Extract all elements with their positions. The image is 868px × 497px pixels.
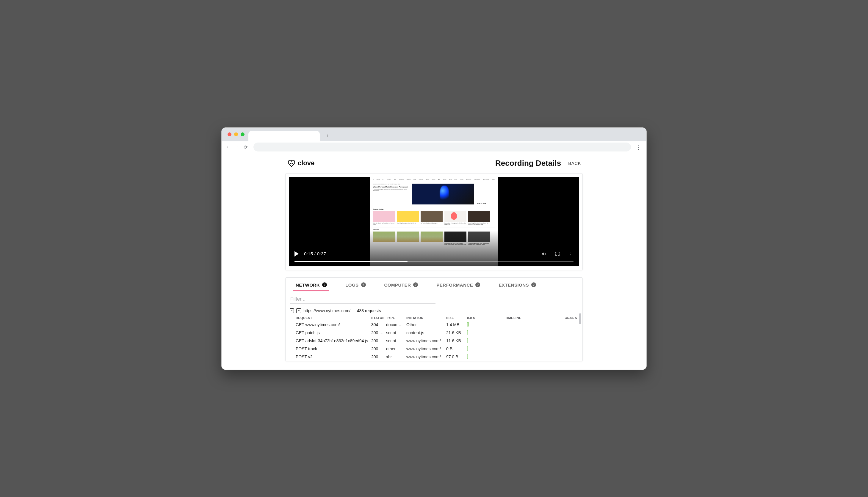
cell-timeline [466, 337, 504, 345]
tab-label: NETWORK [296, 282, 320, 287]
col-size: SIZE [445, 314, 466, 321]
cell-initiator: www.nytimes.com/ [405, 345, 445, 353]
titlebar: + [222, 128, 646, 141]
tab-label: PERFORMANCE [436, 282, 473, 287]
play-button[interactable] [294, 251, 299, 257]
brand[interactable]: clove [287, 159, 315, 168]
tab-computer[interactable]: COMPUTER? [384, 282, 418, 291]
scrollbar-thumb[interactable] [579, 313, 581, 324]
reload-icon[interactable]: ⟳ [244, 144, 247, 150]
cell-type: other [385, 345, 405, 353]
cell-type: document [385, 321, 405, 329]
preview-hero-sub: For most of us, pain is temporary. But s… [373, 189, 409, 191]
video-time: 0:15 / 0:37 [304, 251, 326, 256]
video-progress[interactable] [294, 261, 574, 262]
video-controls: 0:15 / 0:37 ⋮ [289, 247, 579, 266]
tab-logs[interactable]: LOGS? [345, 282, 366, 291]
document-icon: ≡ [290, 308, 294, 313]
request-summary-row: ≡ − https://www.nytimes.com/ — 483 reque… [286, 306, 582, 314]
cell-size: 21.6 KB [445, 329, 466, 337]
help-icon[interactable]: ? [413, 282, 418, 287]
help-icon[interactable]: ? [531, 282, 536, 287]
tab-label: LOGS [345, 282, 359, 287]
col-type: TYPE [385, 314, 405, 321]
cell-timeline [466, 345, 504, 353]
page-header: clove Recording Details BACK [285, 157, 583, 173]
cell-request: POST v2 [290, 353, 370, 361]
video-player[interactable]: ≡WorldU.S.PoliticsN.Y.BusinessOpinionTec… [289, 177, 579, 266]
filter-input[interactable] [290, 295, 435, 303]
col-time-end: 36.46 S [561, 314, 578, 321]
preview-section-2: Features [373, 227, 495, 230]
cell-status: 200 [370, 337, 385, 345]
cell-size: 1.4 MB [445, 321, 466, 329]
back-link[interactable]: BACK [568, 161, 581, 166]
back-icon[interactable]: ← [226, 144, 231, 150]
cell-type: script [385, 337, 405, 345]
cell-timeline [466, 329, 504, 337]
help-icon[interactable]: ? [361, 282, 366, 287]
cell-request: GET patch.js [290, 329, 370, 337]
tab-performance[interactable]: PERFORMANCE? [436, 282, 480, 291]
help-icon[interactable]: ? [322, 282, 327, 287]
preview-hero-side: THIS IS PAIN [477, 203, 486, 204]
forward-icon: → [235, 144, 240, 150]
summary-text: https://www.nytimes.com/ — 483 requests [303, 308, 381, 313]
close-window-button[interactable] [228, 132, 231, 136]
fullscreen-icon[interactable] [554, 251, 561, 257]
col-request: REQUEST [290, 314, 370, 321]
preview-hero-title: When Physical Pain Becomes Permanent [373, 186, 409, 188]
maximize-window-button[interactable] [241, 132, 245, 136]
details-panel: NETWORK?LOGS?COMPUTER?PERFORMANCE?EXTENS… [285, 278, 583, 361]
cell-size: 11.6 KB [445, 337, 466, 345]
tab-network[interactable]: NETWORK? [296, 282, 327, 291]
tab-label: EXTENSIONS [498, 282, 529, 287]
table-row[interactable]: GET www.nytimes.com/304documentOther1.4 … [290, 321, 578, 329]
cell-status: 200 [370, 345, 385, 353]
browser-window: + ← → ⟳ ⋮ clove Recording Details BACK [221, 127, 647, 370]
table-row[interactable]: POST track200otherwww.nytimes.com/0 B [290, 345, 578, 353]
page: clove Recording Details BACK ≡WorldU.S.P… [285, 153, 583, 361]
cell-size: 0 B [445, 345, 466, 353]
cell-request: GET www.nytimes.com/ [290, 321, 370, 329]
table-row[interactable]: GET adslot-34b72b1e832e1c89ed94.js200scr… [290, 337, 578, 345]
cell-initiator: content.js [405, 329, 445, 337]
minimize-window-button[interactable] [234, 132, 238, 136]
video-more-icon[interactable]: ⋮ [567, 251, 574, 257]
brand-logo-icon [287, 159, 296, 168]
header-right: Recording Details BACK [495, 159, 581, 168]
cell-initiator: www.nytimes.com/ [405, 353, 445, 361]
tab-extensions[interactable]: EXTENSIONS? [498, 282, 536, 291]
col-time-start: 0.0 S [466, 314, 504, 321]
table-row[interactable]: POST v2200xhrwww.nytimes.com/97.0 B [290, 353, 578, 361]
col-timeline: TIMELINE [504, 314, 561, 321]
video-progress-fill [294, 261, 407, 262]
cell-type: script [385, 329, 405, 337]
browser-toolbar: ← → ⟳ ⋮ [222, 141, 646, 153]
address-bar[interactable] [254, 143, 631, 152]
help-icon[interactable]: ? [475, 282, 480, 287]
tab-bar: NETWORK?LOGS?COMPUTER?PERFORMANCE?EXTENS… [286, 281, 582, 292]
collapse-icon[interactable]: − [296, 308, 301, 313]
cell-status: 200 [370, 353, 385, 361]
table-header: REQUEST STATUS TYPE INITIATOR SIZE 0.0 S… [290, 314, 578, 321]
page-title: Recording Details [495, 159, 561, 168]
cell-request: POST track [290, 345, 370, 353]
preview-hero-image [412, 184, 474, 204]
browser-menu-icon[interactable]: ⋮ [635, 143, 642, 151]
cell-initiator: Other [405, 321, 445, 329]
network-table: REQUEST STATUS TYPE INITIATOR SIZE 0.0 S… [290, 314, 578, 361]
video-card: ≡WorldU.S.PoliticsN.Y.BusinessOpinionTec… [285, 173, 583, 270]
preview-hero-kicker: BIODELIVERY SCIENCES INTERNATIONAL, INC. [373, 184, 409, 185]
volume-icon[interactable] [541, 251, 547, 257]
cell-size: 97.0 B [445, 353, 466, 361]
cell-status: 304 [370, 321, 385, 329]
new-tab-button[interactable]: + [323, 132, 332, 141]
cell-initiator: www.nytimes.com/ [405, 337, 445, 345]
viewport: clove Recording Details BACK ≡WorldU.S.P… [222, 153, 646, 370]
browser-tab[interactable] [248, 131, 320, 141]
table-row[interactable]: GET patch.js200 OKscriptcontent.js21.6 K… [290, 329, 578, 337]
window-controls [228, 132, 245, 136]
cell-timeline [466, 353, 504, 361]
brand-name: clove [298, 159, 315, 167]
